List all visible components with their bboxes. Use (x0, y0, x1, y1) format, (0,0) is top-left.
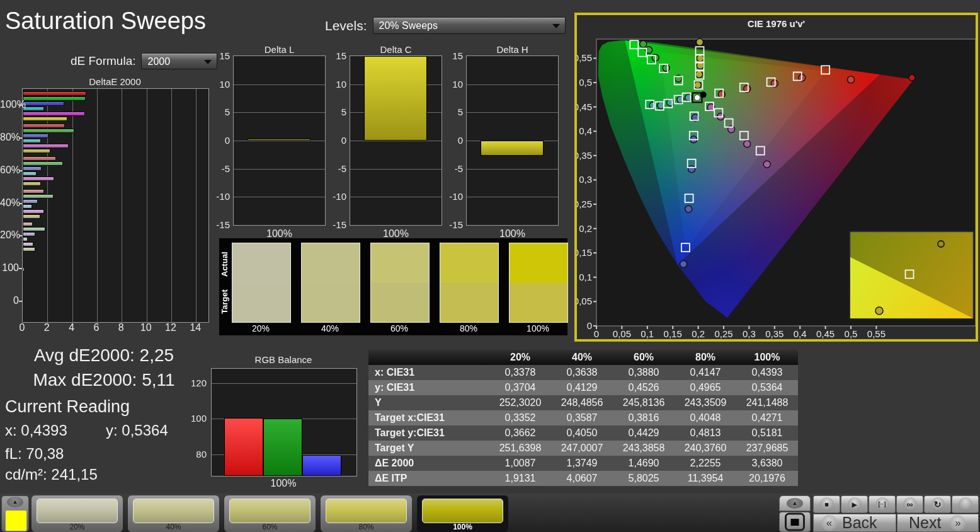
patch-button-40%[interactable]: 40% (128, 495, 219, 532)
target-swatch (302, 283, 360, 323)
bar (23, 204, 32, 209)
red-primary-measured (909, 74, 915, 81)
delta-h-chart: Delta H 100% 151050-5-10-15 (445, 44, 560, 240)
tick (19, 170, 22, 171)
play-button[interactable]: ▶ (841, 495, 868, 513)
target-swatch (440, 283, 498, 323)
bar (23, 149, 50, 153)
category-label: 60% (0, 165, 19, 176)
axis-tick-label: -10 (329, 191, 346, 202)
axis-tick-label: 6 (88, 322, 105, 333)
actual-swatch (371, 243, 429, 283)
table-cell: 0,4147 (675, 365, 736, 380)
chevrons-right-icon: » (950, 515, 966, 531)
table-column-header: 60% (613, 350, 675, 365)
patch-button-20%[interactable]: 20% (31, 495, 123, 532)
patch-button-80%[interactable]: 80% (321, 495, 412, 532)
refresh-icon: ↻ (931, 497, 945, 511)
table-column-header: 40% (551, 350, 613, 365)
table-cell: 0,5181 (736, 425, 798, 441)
chevron-up-icon[interactable]: ▲ (7, 497, 23, 507)
de-formula-label: dE Formula: (71, 54, 135, 68)
avg-de2000: Avg dE2000: 2,25 (0, 345, 208, 366)
table-cell: 4,0607 (551, 471, 613, 486)
axis-tick-label: 80 (189, 449, 207, 460)
max-de2000: Max dE2000: 5,11 (0, 370, 208, 390)
measured-point-red (718, 91, 725, 98)
delta-h-title: Delta H (466, 44, 559, 55)
expand-button[interactable]: ▲ (779, 495, 811, 511)
stop-button[interactable]: ■ (813, 495, 840, 513)
measured-point-yellow (697, 55, 704, 62)
bar (23, 139, 41, 143)
table-cell: 243,3509 (675, 395, 736, 410)
swatch-pair (440, 243, 499, 323)
levels-dropdown[interactable]: 20% Sweeps (373, 17, 566, 34)
refresh-button[interactable]: ↻ (924, 495, 951, 513)
axis-tick-label: 0 (445, 135, 463, 146)
rgb-balance-chart: RGB Balance 100% 12010080 (189, 354, 359, 488)
gridline (122, 89, 122, 322)
actual-target-swatch-panel: Actual Target 20%40%60%80%100% (219, 238, 567, 335)
svg-text:0,4: 0,4 (579, 125, 592, 136)
current-fl: fL: 70,38 (5, 445, 64, 463)
table-cell: 251,6398 (489, 441, 551, 456)
target-swatch (232, 283, 290, 323)
table-cell: 1,9131 (489, 471, 551, 486)
blue-bar (302, 455, 341, 476)
patch-window-button[interactable] (779, 512, 811, 532)
next-button[interactable]: Next » (897, 514, 979, 532)
actual-row-label: Actual (220, 246, 230, 282)
current-x-value: 0,4393 (21, 422, 67, 439)
bar (23, 134, 48, 138)
rgb-balance-xlabel: 100% (211, 478, 356, 489)
table-row: ΔE 20001,00871,37491,46902,22553,6380 (368, 456, 798, 471)
measurement-controls: ■▶[··]∞↻ (813, 495, 979, 513)
axis-tick-label: -10 (445, 191, 463, 202)
measured-point-yellow (696, 71, 703, 78)
bar (23, 117, 67, 121)
bar (23, 194, 54, 199)
axis-tick-label: 12 (162, 322, 179, 333)
rgb-balance-plot (211, 368, 357, 477)
current-fl-label: fL: (5, 445, 22, 462)
axis-tick-label: -5 (212, 163, 230, 174)
measured-point-blue (680, 261, 687, 268)
record-button[interactable] (952, 495, 979, 513)
patch-swatch (229, 499, 311, 523)
axis-tick-label: -15 (212, 219, 230, 230)
svg-text:0,25: 0,25 (714, 328, 732, 339)
patch-button-60%[interactable]: 60% (224, 495, 316, 532)
axis-tick-label: 15 (329, 50, 346, 61)
swatch-label: 100% (508, 323, 567, 333)
axis-tick-label: -10 (212, 191, 230, 202)
back-button[interactable]: « Back (813, 514, 896, 532)
bar (23, 189, 44, 194)
actual-swatch (302, 243, 360, 283)
table-cell: 0,4129 (551, 380, 613, 395)
de-formula-dropdown[interactable]: 2000 (141, 53, 217, 69)
bar (23, 101, 64, 106)
measured-point-red (848, 76, 855, 83)
gridline (212, 383, 356, 384)
bar (23, 214, 40, 219)
deltae-chart-title: DeltaE 2000 (22, 76, 208, 87)
category-label: 20% (0, 229, 19, 241)
delta-l-title: Delta L (233, 44, 326, 55)
svg-text:0,4: 0,4 (794, 328, 807, 339)
axis-tick-label: -5 (445, 163, 463, 174)
tick (19, 301, 22, 302)
svg-text:0,35: 0,35 (577, 150, 592, 161)
de-formula-control: dE Formula: 2000 (71, 53, 217, 69)
patch-button-100%[interactable]: 100% (417, 495, 508, 532)
cie-panel: 00,050,10,150,20,250,30,350,40,450,50,55… (574, 13, 978, 342)
table-row-label: ΔE 2000 (368, 456, 489, 471)
axis-tick-label: 15 (212, 50, 230, 61)
chevron-down-icon (204, 60, 212, 64)
gridline (147, 89, 147, 322)
current-cdm2-value: 241,15 (51, 466, 97, 483)
gridline (72, 89, 73, 322)
current-cdm2-label: cd/m²: (5, 466, 47, 483)
read-series-button[interactable]: [··] (869, 495, 896, 513)
continuous-read-button[interactable]: ∞ (896, 495, 923, 513)
